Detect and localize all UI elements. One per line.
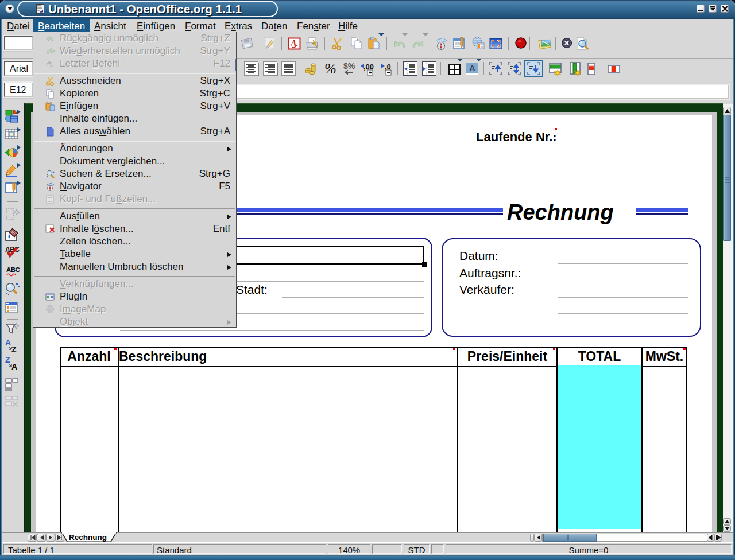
svg-text:ABC: ABC [6,266,20,273]
svg-text:%: % [324,61,336,76]
svg-text:Z: Z [5,355,10,364]
svg-text:Z: Z [11,345,17,354]
svg-text:$%: $% [343,61,355,71]
svg-text:A: A [5,338,11,347]
svg-text:A: A [11,362,17,371]
svg-text:A: A [469,63,475,73]
